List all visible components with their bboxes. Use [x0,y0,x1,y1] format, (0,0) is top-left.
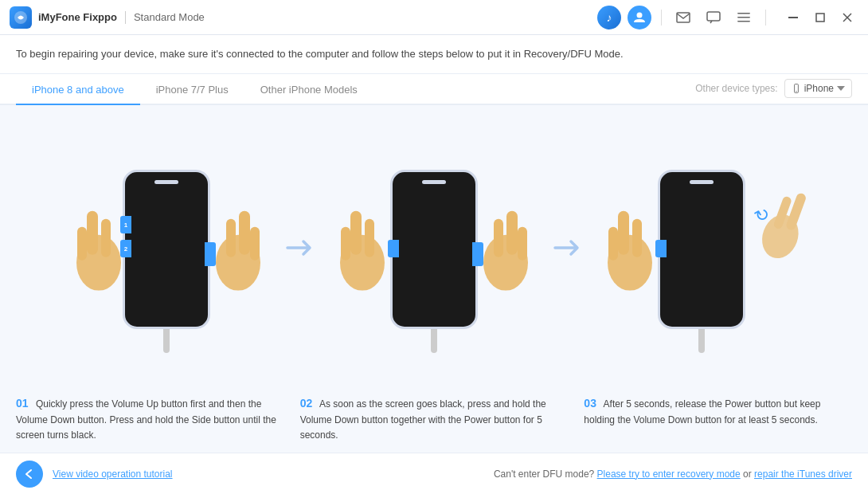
svg-rect-27 [494,219,503,257]
step1-image: 1 2 [63,138,270,361]
tab-iphone7[interactable]: iPhone 7/7 Plus [140,74,244,105]
phone-icon [792,84,801,93]
device-dropdown[interactable]: iPhone [784,79,852,98]
close-button[interactable] [836,6,858,29]
svg-rect-20 [250,227,260,261]
steps-instructions: 01 Quickly press the Volume Up button fi… [16,386,852,453]
svg-rect-2 [677,13,690,22]
svg-rect-16 [77,227,87,261]
svg-rect-31 [632,219,642,257]
step2-phone [390,170,478,329]
step3-image: ↻ [598,138,805,361]
app-mode: Standard Mode [134,11,205,23]
step3-phone [658,170,745,329]
steps-area: 1 2 [0,105,868,453]
info-banner: To begin repairing your device, make sur… [0,35,868,74]
svg-rect-24 [341,227,350,261]
svg-rect-4 [737,13,750,14]
svg-rect-26 [506,211,518,255]
step1-text: Quickly press the Volume Up button first… [16,398,276,441]
step2-text: As soon as the screen goes black, press … [300,398,546,441]
recovery-mode-link[interactable]: Please try to enter recovery mode [597,469,741,480]
or-text: or [743,469,752,480]
maximize-button[interactable] [809,6,831,29]
step2-instruction: 02 As soon as the screen goes black, pre… [300,394,569,443]
footer: View video operation tutorial Can't ente… [0,453,868,494]
svg-rect-6 [737,21,750,22]
title-bar: iMyFone Fixppo Standard Mode ♪ [0,0,868,35]
dfu-question-text: Can't enter DFU mode? [494,469,594,480]
step1-number: 01 [16,397,29,410]
svg-rect-32 [608,227,618,261]
music-icon[interactable]: ♪ [597,6,621,29]
step2-image [330,138,538,361]
tb-divider-1 [661,10,662,25]
video-tutorial-link[interactable]: View video operation tutorial [53,469,173,480]
svg-rect-28 [518,227,527,261]
svg-rect-5 [737,17,750,18]
itunes-driver-link[interactable]: repair the iTunes driver [754,469,852,480]
step2-number: 02 [300,397,313,410]
app-name: iMyFone Fixppo [38,11,117,23]
svg-rect-18 [239,211,250,255]
svg-point-1 [637,12,643,18]
back-button[interactable] [16,461,43,488]
step-arrow-2 [553,233,582,266]
title-separator [125,11,126,24]
svg-rect-7 [788,17,798,18]
main-content: To begin repairing your device, make sur… [0,35,868,453]
minimize-button[interactable] [782,6,804,29]
other-devices-label: Other device types: [695,83,777,94]
svg-rect-30 [618,211,629,255]
step3-number: 03 [584,397,596,410]
app-logo [10,6,32,29]
svg-rect-15 [101,219,111,257]
step3-text: After 5 seconds, release the Power butto… [584,398,820,425]
menu-icon[interactable] [732,6,756,29]
footer-right: Can't enter DFU mode? Please try to ente… [494,469,852,480]
user-icon[interactable] [628,6,651,29]
steps-images: 1 2 [16,113,852,387]
svg-rect-19 [226,219,236,257]
mail-icon[interactable] [671,6,695,29]
step3-instruction: 03 After 5 seconds, release the Power bu… [584,394,852,443]
svg-rect-22 [350,211,362,255]
title-bar-right: ♪ [597,6,858,29]
chevron-down-icon [837,86,845,91]
step1-instruction: 01 Quickly press the Volume Up button fi… [16,394,284,443]
device-dropdown-label: iPhone [804,83,834,94]
tab-iphone8[interactable]: iPhone 8 and above [16,74,140,105]
tb-divider-2 [765,10,766,25]
step1-phone: 1 2 [123,170,210,329]
chat-icon[interactable] [702,6,725,29]
svg-rect-14 [87,211,98,255]
tab-other-iphone[interactable]: Other iPhone Models [244,74,373,105]
other-devices-selector: Other device types: iPhone [695,79,852,98]
window-controls [782,6,858,29]
tabs-bar: iPhone 8 and above iPhone 7/7 Plus Other… [0,74,868,105]
step-arrow-1 [286,233,315,266]
svg-rect-8 [816,14,824,22]
svg-rect-3 [707,12,720,21]
svg-rect-23 [365,219,374,257]
info-text: To begin repairing your device, make sur… [16,48,624,60]
